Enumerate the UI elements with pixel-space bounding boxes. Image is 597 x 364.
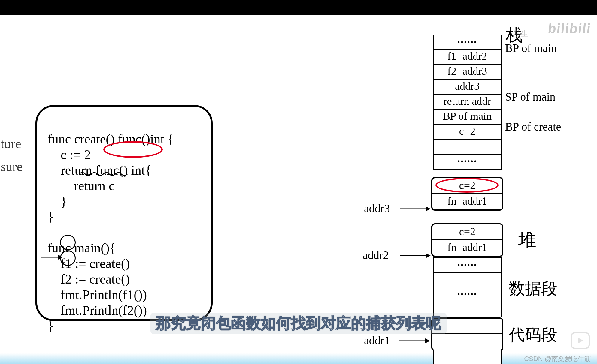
bilibili-tv-icon bbox=[571, 332, 590, 349]
svg-marker-1 bbox=[58, 255, 62, 260]
red-oval-heap-c2 bbox=[435, 178, 499, 193]
svg-marker-7 bbox=[425, 338, 430, 343]
code-line-13: } bbox=[47, 319, 54, 333]
code-line-11: fmt.Println(f1()) bbox=[47, 287, 147, 302]
code-line-12: fmt.Println(f2()) bbox=[47, 303, 147, 318]
codeseg-cell-below bbox=[433, 350, 502, 364]
cutoff-text-sure: sure bbox=[1, 159, 23, 174]
code-line-10-pre bbox=[47, 272, 61, 287]
circle-f1 bbox=[60, 235, 76, 250]
codeseg-cell bbox=[432, 334, 502, 350]
code-line-10-post: := create() bbox=[72, 272, 130, 287]
video-subtitle: 那究竟闭包函数如何找到对应的捕获列表呢 bbox=[150, 313, 447, 334]
dataseg-cell bbox=[433, 272, 502, 287]
bilibili-sub-text: 学生 bbox=[514, 29, 528, 38]
cutoff-text-ture: ture bbox=[1, 136, 21, 152]
label-bp-create: BP of create bbox=[505, 120, 561, 133]
csdn-watermark: CSDN @南桑爱吃牛筋 bbox=[524, 354, 591, 363]
code-line-10-f: f2 bbox=[61, 272, 72, 287]
svg-marker-5 bbox=[426, 253, 431, 258]
stack-cell: ······ bbox=[433, 35, 502, 50]
mid-dots-cell: ······ bbox=[433, 257, 502, 272]
code-line-4: return c bbox=[47, 179, 115, 193]
heap-cell-c: c=2 bbox=[432, 224, 502, 240]
stack-cell: f2=addr3 bbox=[433, 65, 502, 80]
heap-cell-fn: fn=addr1 bbox=[432, 240, 502, 256]
svg-marker-3 bbox=[426, 206, 431, 211]
arrow-addr3 bbox=[400, 205, 431, 212]
code-line-9-post: := create() bbox=[72, 256, 130, 271]
heap-cell-fn: fn=addr1 bbox=[432, 194, 502, 209]
red-oval-func-int bbox=[103, 141, 163, 158]
dataseg-dots: ······ bbox=[433, 287, 502, 302]
label-bp-main: BP of main bbox=[505, 41, 557, 55]
arrow-to-f2 bbox=[41, 253, 63, 261]
top-black-bar bbox=[0, 0, 597, 15]
code-line-3-post: { bbox=[145, 163, 151, 178]
stack-cell: f1=addr2 bbox=[433, 50, 502, 65]
label-data-seg: 数据段 bbox=[509, 278, 557, 300]
svg-marker-8 bbox=[578, 338, 583, 344]
squiggle-under-return-c bbox=[79, 172, 130, 176]
stack-cell: addr3 bbox=[433, 80, 502, 95]
code-line-6: } bbox=[47, 209, 54, 224]
stack-cell: ······ bbox=[433, 155, 502, 170]
bilibili-logo: bilibili bbox=[547, 21, 592, 36]
stack-cell: BP of main bbox=[433, 110, 502, 125]
stack-cell: return addr bbox=[433, 95, 502, 110]
stack-cell bbox=[433, 140, 502, 155]
code-box: func create() func()int { c := 2 return … bbox=[35, 105, 213, 321]
stack-column: ······ f1=addr2 f2=addr3 addr3 return ad… bbox=[433, 35, 502, 170]
arrow-addr1 bbox=[399, 337, 431, 344]
code-line-2: c := 2 bbox=[47, 147, 91, 162]
heap-block-addr2: c=2 fn=addr1 bbox=[431, 223, 503, 257]
page-root: ture sure func create() func()int { c :=… bbox=[0, 0, 597, 364]
label-code-seg: 代码段 bbox=[509, 324, 557, 346]
stack-cell: c=2 bbox=[433, 125, 502, 140]
label-addr1: addr1 bbox=[364, 334, 390, 347]
label-addr3: addr3 bbox=[364, 202, 390, 215]
label-addr2: addr2 bbox=[363, 248, 389, 262]
code-line-5: } bbox=[47, 194, 67, 209]
label-sp-main: SP of main bbox=[505, 90, 556, 103]
label-heap: 堆 bbox=[518, 228, 537, 252]
arrow-addr2 bbox=[400, 252, 431, 259]
bottom-fade bbox=[0, 353, 597, 364]
